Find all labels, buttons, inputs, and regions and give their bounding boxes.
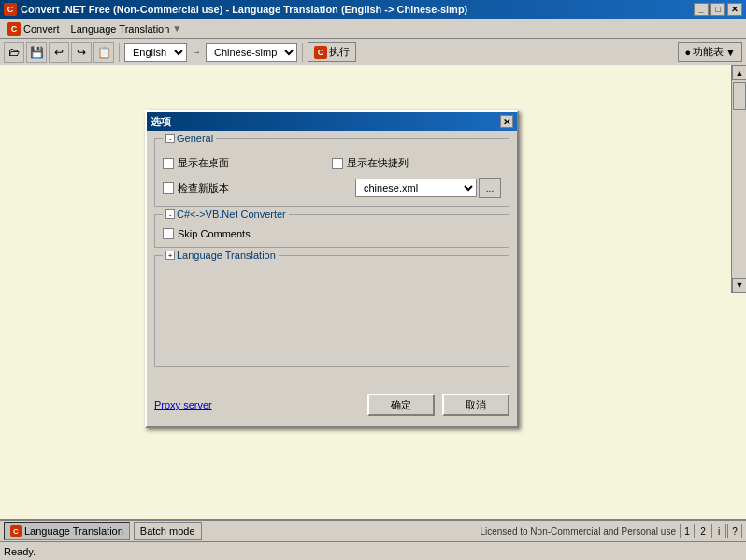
menu-dropdown-arrow: ▼	[172, 23, 181, 34]
vbnet-section-label: - C#<->VB.Net Converter	[163, 208, 289, 220]
license-text: Licensed to Non-Commercial and Personal …	[480, 526, 676, 537]
cancel-button[interactable]: 取消	[442, 394, 509, 416]
toolbar-open-button[interactable]: 🗁	[4, 42, 24, 63]
general-section-label: - General	[163, 133, 216, 144]
scrollbar-top[interactable]: ▲ ▼	[731, 65, 746, 293]
proxy-server-link[interactable]: Proxy server	[154, 399, 212, 410]
toolbar-copy-button[interactable]: 📋	[93, 42, 114, 63]
desktop-label: 显示在桌面	[178, 156, 229, 170]
skip-comments-row: Skip Comments	[163, 228, 501, 239]
toolbar-save-button[interactable]: 💾	[26, 42, 47, 63]
toolbar-undo-button[interactable]: ↩	[49, 42, 69, 63]
lang-translation-toggle[interactable]: +	[165, 251, 175, 260]
taskbar-batch-label: Batch mode	[140, 525, 195, 537]
toolbar-redo-button[interactable]: ↪	[71, 42, 92, 63]
convert-label: Convert	[23, 23, 60, 35]
dialog-footer: Proxy server 确定 取消	[147, 386, 517, 424]
execute-button[interactable]: C 执行	[308, 42, 356, 62]
toolbar: 🗁 💾 ↩ ↪ 📋 English → Chinese-simp C 执行 ● …	[0, 39, 746, 65]
title-bar: C Convert .NET Free (Non-Commercial use)…	[0, 0, 746, 19]
skip-comments-checkbox[interactable]	[163, 228, 174, 239]
xml-row: chinese.xml english.xml default.xml ...	[355, 178, 501, 198]
dialog-body: - General 显示在桌面 显示在快捷列 检	[147, 131, 517, 382]
app-icon: C	[4, 3, 17, 16]
status-bar: Ready.	[0, 541, 746, 560]
lang-translation-label-text: Language Translation	[177, 250, 276, 261]
footer-buttons: 确定 取消	[367, 394, 509, 416]
taskbar: C Language Translation Batch mode Licens…	[0, 519, 746, 541]
general-row2: 检查新版本 chinese.xml english.xml default.xm…	[163, 178, 501, 198]
general-toggle[interactable]: -	[165, 134, 175, 143]
vbnet-toggle[interactable]: -	[165, 209, 175, 219]
status-ready-text: Ready.	[4, 546, 36, 557]
lang-translation-menu-label: Language Translation	[71, 23, 170, 35]
newver-checkbox[interactable]	[163, 182, 174, 194]
close-button[interactable]: ✕	[727, 3, 742, 16]
lang-translation-section: + Language Translation	[154, 255, 509, 367]
taskbar-icon: C	[10, 525, 22, 537]
dialog-title-text: 选项	[151, 115, 171, 129]
vbnet-section: - C#<->VB.Net Converter Skip Comments	[154, 214, 509, 248]
minimize-button[interactable]: _	[694, 3, 709, 16]
menu-item-lang-translation[interactable]: Language Translation ▼	[65, 22, 188, 36]
quickbar-checkbox[interactable]	[332, 158, 343, 169]
dialog-title-bar: 选项 ✕	[147, 112, 517, 131]
maximize-button[interactable]: □	[710, 3, 725, 16]
funcs-button[interactable]: ● 功能表 ▼	[678, 42, 742, 62]
general-label-text: General	[177, 133, 213, 144]
menu-item-convert[interactable]: C Convert	[2, 21, 65, 37]
funcs-icon: ●	[684, 47, 691, 58]
taskbar-batch-mode[interactable]: Batch mode	[134, 522, 202, 540]
execute-label: 执行	[329, 45, 350, 59]
checkbox-newver: 检查新版本	[163, 181, 355, 195]
lang-to-select[interactable]: Chinese-simp	[206, 43, 297, 62]
toolbar-separator-1	[119, 43, 120, 62]
desktop-checkbox[interactable]	[163, 158, 174, 169]
convert-icon: C	[7, 22, 21, 36]
taskbar-lang-label: Language Translation	[24, 525, 123, 537]
dialog-close-button[interactable]: ✕	[500, 115, 513, 128]
general-section: - General 显示在桌面 显示在快捷列 检	[154, 138, 509, 207]
num-btn-2[interactable]: 2	[696, 524, 710, 538]
num-btn-1[interactable]: 1	[680, 524, 695, 538]
vbnet-label-text: C#<->VB.Net Converter	[177, 208, 286, 220]
scroll-up-button[interactable]: ▲	[732, 65, 746, 80]
taskbar-lang-translation[interactable]: C Language Translation	[4, 522, 130, 540]
newver-label: 检查新版本	[178, 181, 229, 195]
toolbar-separator-2	[302, 43, 303, 62]
checkbox-desktop: 显示在桌面	[163, 156, 332, 170]
quickbar-label: 显示在快捷列	[347, 156, 409, 170]
checkbox-quickbar: 显示在快捷列	[332, 156, 501, 170]
general-row1: 显示在桌面 显示在快捷列	[163, 156, 501, 170]
lang-direction-arrow: →	[189, 47, 204, 57]
num-btn-i[interactable]: i	[711, 524, 726, 538]
skip-comments-label: Skip Comments	[178, 228, 251, 239]
lang-from-select[interactable]: English	[124, 43, 187, 62]
menu-bar: C Convert Language Translation ▼	[0, 19, 746, 39]
taskbar-num-buttons: 1 2 i ?	[680, 524, 742, 538]
execute-icon: C	[314, 46, 327, 59]
lang-translation-section-label: + Language Translation	[163, 250, 279, 261]
xml-browse-button[interactable]: ...	[479, 178, 501, 198]
scroll-down-button[interactable]: ▼	[732, 278, 746, 293]
window-title: Convert .NET Free (Non-Commercial use) -…	[21, 4, 467, 15]
num-btn-help[interactable]: ?	[727, 524, 742, 538]
options-dialog: 选项 ✕ - General 显示在桌面 显示在快捷列	[145, 110, 519, 428]
scroll-thumb[interactable]	[733, 82, 746, 110]
toolbar-file-group: 🗁 💾 ↩ ↪ 📋	[4, 42, 114, 63]
xml-select[interactable]: chinese.xml english.xml default.xml	[355, 179, 477, 197]
funcs-label: 功能表	[693, 45, 724, 59]
ok-button[interactable]: 确定	[367, 394, 435, 416]
funcs-arrow: ▼	[725, 47, 736, 58]
